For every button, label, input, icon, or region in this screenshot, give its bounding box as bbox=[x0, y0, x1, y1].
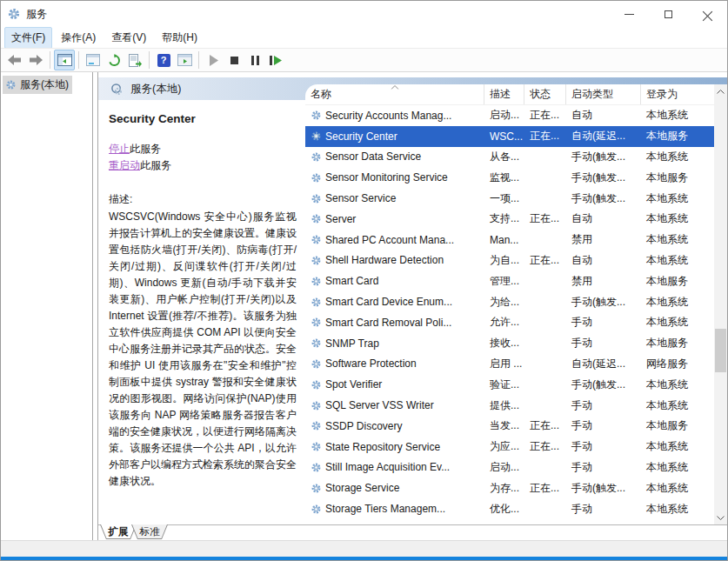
column-header-description[interactable]: 描述 bbox=[484, 84, 524, 104]
service-name-cell: Still Image Acquisition Ev... bbox=[305, 457, 484, 478]
main-area: 服务(本地) 服务(本地) Security Center 停止此服务 重启 bbox=[1, 72, 727, 540]
table-row[interactable]: Storage Service 为存... 正在... 手动(触发... 本地系… bbox=[305, 478, 714, 498]
vertical-scrollbar[interactable] bbox=[714, 84, 727, 524]
menu-help[interactable]: 帮助(H) bbox=[155, 27, 204, 49]
pause-service-button[interactable] bbox=[244, 50, 265, 70]
properties-button[interactable] bbox=[83, 50, 104, 70]
services-list: 名称 描述 状态 启动类型 登录为 Security Accounts Mana… bbox=[305, 84, 727, 524]
restart-service-link[interactable]: 重启动 bbox=[109, 159, 140, 171]
service-logon-cell: 本地系统 bbox=[641, 457, 714, 478]
table-row[interactable]: Security Accounts Manag... 启动... 正在... 自… bbox=[305, 105, 714, 126]
maximize-button[interactable] bbox=[649, 1, 688, 27]
tab-extended[interactable]: 扩展 bbox=[100, 524, 137, 539]
table-row[interactable]: Smart Card 管理... 禁用 本地服务 bbox=[305, 270, 714, 291]
menu-view[interactable]: 查看(V) bbox=[104, 27, 153, 49]
service-description-cell: 一项... bbox=[484, 188, 524, 209]
help-icon: ? bbox=[157, 54, 170, 67]
service-description-cell: 监视... bbox=[484, 167, 524, 188]
service-logon-cell: 本地系统 bbox=[641, 374, 714, 395]
tab-standard[interactable]: 标准 bbox=[131, 524, 168, 539]
sort-ascending-icon bbox=[391, 85, 398, 90]
show-console-tree-button[interactable] bbox=[54, 50, 75, 70]
table-row[interactable]: Security Center WSC... 正在... 自动(延迟... 本地… bbox=[305, 126, 714, 147]
bottom-accent-line bbox=[1, 557, 727, 560]
column-header-status[interactable]: 状态 bbox=[524, 84, 566, 104]
service-gear-icon bbox=[311, 420, 322, 431]
scrollbar-track[interactable] bbox=[714, 98, 727, 511]
show-action-pane-button[interactable] bbox=[174, 50, 195, 70]
service-name-cell: Security Center bbox=[305, 126, 484, 147]
table-row[interactable]: Still Image Acquisition Ev... 启动... 手动 本… bbox=[305, 457, 714, 478]
help-button[interactable]: ? bbox=[153, 50, 174, 70]
service-logon-cell: 本地系统 bbox=[641, 147, 714, 168]
scroll-up-button[interactable] bbox=[714, 84, 727, 98]
table-row[interactable]: Shell Hardware Detection 为自... 正在... 自动 … bbox=[305, 250, 714, 271]
menu-action[interactable]: 操作(A) bbox=[54, 27, 103, 49]
chevron-up-icon bbox=[717, 90, 725, 94]
service-gear-icon bbox=[311, 151, 322, 163]
table-row[interactable]: Shared PC Account Mana... Man... 禁用 本地系统 bbox=[305, 230, 714, 250]
service-startup-type-cell: 手动 bbox=[566, 498, 641, 519]
list-header: 名称 描述 状态 启动类型 登录为 bbox=[305, 84, 714, 105]
service-startup-type-cell: 手动(触发... bbox=[566, 478, 641, 498]
refresh-icon bbox=[108, 54, 121, 67]
service-description-cell: 验证... bbox=[484, 374, 524, 395]
service-name-cell: Smart Card bbox=[305, 270, 484, 291]
service-startup-type-cell: 自动(延迟... bbox=[566, 126, 641, 147]
scrollbar-thumb[interactable] bbox=[715, 329, 726, 372]
table-row[interactable]: State Repository Service 为应... 正在... 手动 … bbox=[305, 437, 714, 457]
export-list-button[interactable] bbox=[124, 50, 145, 70]
service-status-cell bbox=[524, 167, 566, 188]
resume-service-button[interactable] bbox=[265, 50, 286, 70]
tree-item-services-local[interactable]: 服务(本地) bbox=[3, 76, 72, 94]
table-row[interactable]: SSDP Discovery 当发... 正在... 手动 本地服务 bbox=[305, 416, 714, 437]
table-row[interactable]: SQL Server VSS Writer 提供... 手动 本地系统 bbox=[305, 395, 714, 416]
table-row[interactable]: Sensor Monitoring Service 监视... 手动(触发...… bbox=[305, 167, 714, 188]
refresh-button[interactable] bbox=[104, 50, 124, 70]
table-row[interactable]: Software Protection 启用 ... 自动(延迟... 网络服务 bbox=[305, 354, 714, 375]
scroll-down-button[interactable] bbox=[714, 511, 727, 524]
forward-button[interactable] bbox=[25, 50, 46, 70]
table-row[interactable]: SNMP Trap 接收... 手动 本地服务 bbox=[305, 333, 714, 354]
service-startup-type-cell: 手动 bbox=[566, 457, 641, 478]
service-gear-icon bbox=[311, 337, 322, 349]
table-row[interactable]: Sensor Service 一项... 手动(触发... 本地系统 bbox=[305, 188, 714, 209]
service-startup-type-cell: 手动(触发... bbox=[566, 147, 641, 168]
service-logon-cell: 本地系统 bbox=[641, 478, 714, 498]
back-button[interactable] bbox=[4, 50, 25, 70]
column-header-label: 状态 bbox=[530, 87, 551, 102]
service-startup-type-cell: 禁用 bbox=[566, 230, 641, 250]
minimize-button[interactable] bbox=[610, 1, 649, 27]
service-description-cell: 提供... bbox=[484, 395, 524, 416]
table-row[interactable]: Storage Tiers Managem... 优化... 手动 本地系统 bbox=[305, 498, 714, 519]
table-row[interactable]: Sensor Data Service 从各... 手动(触发... 本地系统 bbox=[305, 147, 714, 168]
stop-service-link[interactable]: 停止 bbox=[109, 143, 130, 155]
view-tabs: 扩展 标准 bbox=[100, 524, 163, 540]
service-status-cell bbox=[524, 147, 566, 168]
service-status-cell bbox=[524, 498, 566, 519]
column-header-logon-as[interactable]: 登录为 bbox=[641, 84, 714, 104]
table-row[interactable]: Smart Card Removal Poli... 允许... 手动 本地系统 bbox=[305, 312, 714, 333]
stop-service-button[interactable] bbox=[224, 50, 244, 70]
service-description-cell: 管理... bbox=[484, 270, 524, 291]
service-gear-icon bbox=[311, 441, 322, 452]
back-icon bbox=[8, 55, 22, 65]
close-button[interactable] bbox=[688, 1, 727, 27]
service-logon-cell: 本地系统 bbox=[641, 312, 714, 333]
column-header-name[interactable]: 名称 bbox=[305, 84, 484, 104]
service-name-cell: Sensor Monitoring Service bbox=[305, 167, 484, 188]
table-row[interactable]: Spot Verifier 验证... 手动(触发... 本地系统 bbox=[305, 374, 714, 395]
menu-file[interactable]: 文件(F) bbox=[4, 27, 52, 49]
column-header-startup-type[interactable]: 启动类型 bbox=[566, 84, 641, 104]
toolbar: ? bbox=[1, 48, 727, 72]
table-row[interactable]: Server 支持... 正在... 自动 本地系统 bbox=[305, 209, 714, 230]
services-gear-icon bbox=[7, 7, 21, 21]
start-service-button[interactable] bbox=[203, 50, 224, 70]
service-name-cell: Shared PC Account Mana... bbox=[305, 230, 484, 250]
show-action-pane-icon bbox=[177, 54, 192, 66]
content-area: 服务(本地) Security Center 停止此服务 重启动此服务 描述: … bbox=[97, 72, 727, 540]
start-service-icon bbox=[209, 55, 218, 66]
service-description-cell: 为存... bbox=[484, 478, 524, 498]
service-gear-icon bbox=[311, 172, 322, 184]
table-row[interactable]: Smart Card Device Enum... 为给... 手动(触发...… bbox=[305, 291, 714, 312]
